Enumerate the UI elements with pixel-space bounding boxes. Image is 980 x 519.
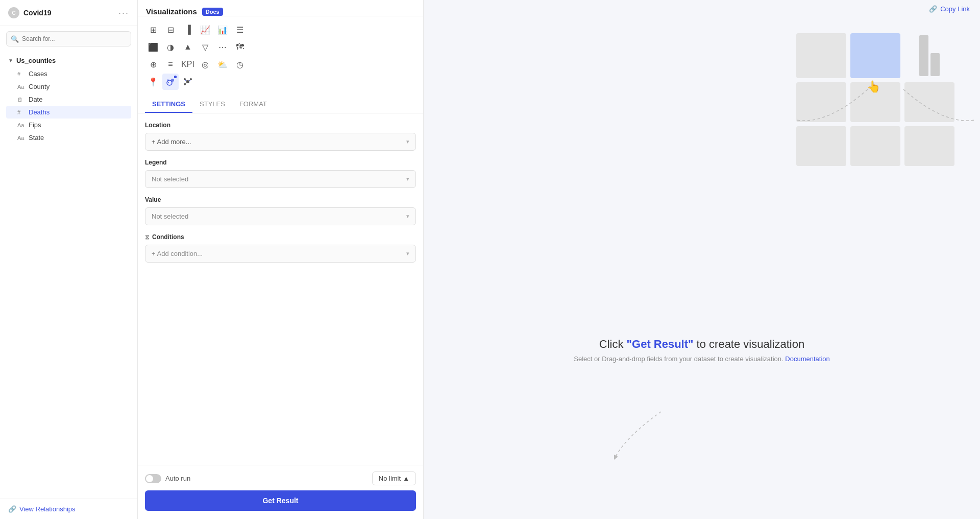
center-highlight: "Get Result"	[627, 338, 694, 350]
tab-settings[interactable]: SETTINGS	[145, 96, 192, 113]
tab-styles[interactable]: STYLES	[192, 96, 232, 113]
relationship-icon: 🔗	[8, 505, 16, 513]
view-relationships-button[interactable]: 🔗 View Relationships	[8, 505, 129, 513]
bar-viz-button[interactable]: ▐	[180, 21, 196, 38]
sidebar-item-label: Cases	[29, 70, 47, 78]
preview-cell-highlight	[850, 33, 900, 78]
pie-viz-button[interactable]: ◑	[162, 39, 179, 55]
legend-label: Legend	[145, 159, 416, 166]
area-viz-button[interactable]: ⛅	[214, 56, 231, 73]
column-viz-button[interactable]: 📊	[214, 21, 231, 38]
conditions-label: ⧖ Conditions	[145, 233, 416, 241]
bottom-dashed-arrow	[610, 407, 712, 468]
funnel-viz-button[interactable]: ▽	[197, 39, 213, 55]
link-icon: 🔗	[929, 5, 937, 13]
preview-container: 👆	[796, 33, 954, 166]
chevron-down-icon: ▼	[8, 58, 13, 63]
location-section: Location + Add more... ▾	[145, 122, 416, 151]
main-canvas: 🔗 Copy Link 👆	[424, 0, 980, 519]
sidebar: C Covid19 ··· 🔍 ▼ Us_counties # Cases Aa…	[0, 0, 138, 519]
view-relationships-label: View Relationships	[19, 505, 76, 513]
text-icon: Aa	[17, 84, 24, 90]
top-bar: 🔗 Copy Link	[424, 0, 980, 18]
search-icon: 🔍	[11, 35, 19, 43]
sidebar-item-cases[interactable]: # Cases	[6, 67, 131, 80]
sidebar-item-county[interactable]: Aa County	[6, 80, 131, 93]
legend-dropdown[interactable]: Not selected ▾	[145, 170, 416, 188]
conditions-section: ⧖ Conditions + Add condition... ▾	[145, 233, 416, 263]
gauge-viz-button[interactable]: ◎	[197, 56, 213, 73]
panel-footer: Auto run No limit ▲ Get Result	[138, 465, 423, 519]
pin-map-viz-button[interactable]: 📍	[145, 74, 161, 90]
sidebar-title: C Covid19	[8, 7, 51, 18]
no-limit-label: No limit	[379, 475, 401, 482]
sidebar-item-state[interactable]: Aa State	[6, 131, 131, 144]
sidebar-item-deaths[interactable]: # Deaths	[6, 106, 131, 119]
sidebar-item-label: Date	[29, 96, 42, 103]
chevron-down-icon: ▾	[406, 176, 409, 182]
documentation-link[interactable]: Documentation	[785, 355, 829, 363]
network-viz-button[interactable]	[180, 74, 196, 90]
tab-format[interactable]: FORMAT	[232, 96, 274, 113]
dataset-group: ▼ Us_counties # Cases Aa County 🗓 Date #…	[6, 54, 131, 144]
no-limit-button[interactable]: No limit ▲	[372, 471, 416, 485]
bar	[919, 35, 928, 76]
add-more-label: + Add more...	[152, 138, 191, 146]
bubble-map-viz-button[interactable]	[162, 74, 179, 90]
chevron-down-icon: ▾	[406, 250, 409, 257]
number-icon: #	[17, 109, 24, 115]
search-input[interactable]	[6, 31, 131, 46]
chevron-down-icon: ▾	[406, 213, 409, 220]
canvas-area: 👆 Click "Get Result" to create visualiza…	[424, 18, 980, 519]
map-viz-button[interactable]: 🗺	[232, 39, 248, 55]
svg-point-12	[189, 80, 190, 81]
viz-toolbar: ⊞ ⊟ ▐ 📈 📊 ☰ ⬛ ◑ ▲ ▽ ⋯ 🗺 ⊕ ≡ KPI ◎ ⛅ ◷ 📍	[138, 16, 423, 93]
table-viz-button[interactable]: ⊞	[145, 21, 161, 38]
filter-icon: ⧖	[145, 233, 149, 241]
pyramid-viz-button[interactable]: ▲	[180, 39, 196, 55]
sidebar-item-label: Deaths	[29, 108, 50, 116]
dashed-arc-left	[776, 74, 888, 135]
more-menu-button[interactable]: ···	[118, 8, 129, 18]
legend-placeholder: Not selected	[152, 175, 188, 183]
svg-point-11	[185, 80, 186, 81]
dataset-group-label[interactable]: ▼ Us_counties	[6, 54, 131, 67]
speed-viz-button[interactable]: ◷	[232, 56, 248, 73]
dataset-name: Us_counties	[16, 57, 56, 64]
conditions-dropdown[interactable]: + Add condition... ▾	[145, 245, 416, 263]
value-label: Value	[145, 196, 416, 203]
panel-header: Visualizations Docs	[138, 0, 423, 16]
copy-link-button[interactable]: 🔗 Copy Link	[929, 5, 970, 13]
search-box: 🔍	[6, 31, 131, 46]
sidebar-item-date[interactable]: 🗓 Date	[6, 93, 131, 106]
mixed-chart-viz-button[interactable]: ⊕	[145, 56, 161, 73]
ranked-list-viz-button[interactable]: ≡	[162, 56, 179, 73]
sidebar-item-label: County	[29, 83, 50, 90]
conditions-placeholder: + Add condition...	[152, 250, 203, 257]
location-dropdown[interactable]: + Add more... ▾	[145, 133, 416, 151]
value-placeholder: Not selected	[152, 213, 188, 220]
auto-run-label: Auto run	[165, 475, 190, 482]
calendar-icon: 🗓	[17, 97, 24, 103]
line-viz-button[interactable]: 📈	[197, 21, 213, 38]
toggle-switch[interactable]	[145, 474, 161, 483]
pivot-viz-button[interactable]: ⊟	[162, 21, 179, 38]
toggle-thumb	[146, 475, 153, 482]
text-icon: Aa	[17, 122, 24, 128]
horizontal-bar-viz-button[interactable]: ☰	[232, 21, 248, 38]
sidebar-item-label: State	[29, 134, 44, 141]
kpi-viz-button[interactable]: KPI	[180, 56, 196, 73]
center-prefix: Click	[599, 338, 627, 350]
sub-message-text: Select or Drag-and-drop fields from your…	[574, 355, 783, 363]
value-dropdown[interactable]: Not selected ▾	[145, 207, 416, 225]
get-result-button[interactable]: Get Result	[145, 490, 416, 511]
auto-run-toggle[interactable]: Auto run	[145, 474, 190, 483]
visualizations-panel: Visualizations Docs ⊞ ⊟ ▐ 📈 📊 ☰ ⬛ ◑ ▲ ▽ …	[138, 0, 424, 519]
scatter-viz-button[interactable]: ⋯	[214, 39, 231, 55]
app-title: Covid19	[23, 9, 51, 17]
sidebar-item-fips[interactable]: Aa Fips	[6, 119, 131, 131]
stacked-bar-viz-button[interactable]: ⬛	[145, 39, 161, 55]
docs-badge[interactable]: Docs	[202, 8, 223, 16]
app-avatar: C	[8, 7, 19, 18]
center-message-heading: Click "Get Result" to create visualizati…	[574, 338, 830, 351]
